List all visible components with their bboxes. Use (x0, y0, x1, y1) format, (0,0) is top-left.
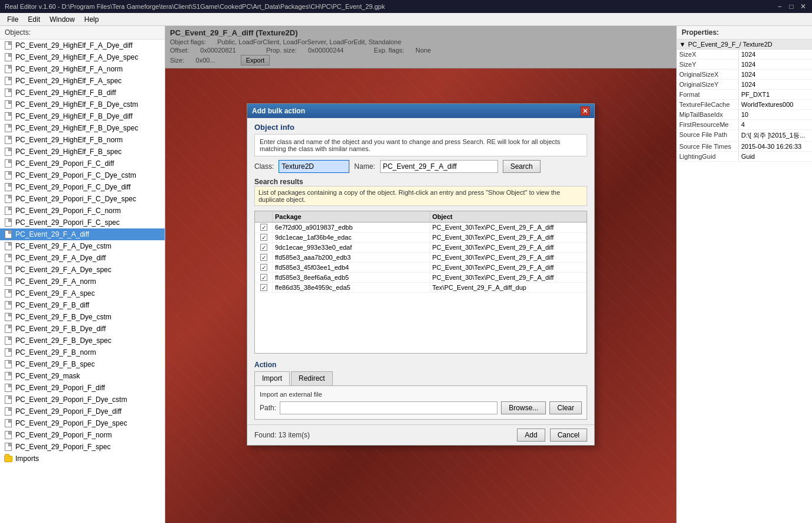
file-icon (4, 123, 13, 133)
import-desc: Import an external file (260, 391, 582, 398)
maximize-button[interactable]: □ (787, 2, 795, 11)
class-name-row: Class: Name: Search (254, 160, 587, 173)
property-name: LightingGuid (677, 152, 739, 161)
property-value: 1024 (739, 80, 812, 89)
object-list-item[interactable]: PC_Event_29_F_B_diff (0, 299, 165, 311)
object-list-item[interactable]: PC_Event_29_HighElf_F_B_diff (0, 87, 165, 99)
object-list-item[interactable]: PC_Event_29_Popori_F_spec (0, 441, 165, 453)
object-list-item[interactable]: PC_Event_29_F_A_Dye_cstm (0, 240, 165, 252)
menu-file[interactable]: File (2, 14, 23, 25)
path-input[interactable] (280, 401, 497, 414)
row-checkbox[interactable] (260, 264, 267, 271)
object-item-label: PC_Event_29_F_A_diff (15, 230, 89, 238)
object-list-item[interactable]: PC_Event_29_HighElf_F_A_Dye_spec (0, 51, 165, 63)
name-input[interactable] (380, 160, 498, 173)
file-icon (4, 395, 13, 404)
search-button[interactable]: Search (503, 160, 541, 173)
object-list-item[interactable]: PC_Event_29_F_B_Dye_diff (0, 323, 165, 335)
row-checkbox[interactable] (260, 274, 267, 281)
object-list-item[interactable]: PC_Event_29_F_A_diff (0, 228, 165, 240)
object-list-item[interactable]: PC_Event_29_HighElf_F_B_Dye_spec (0, 122, 165, 134)
menu-window[interactable]: Window (45, 14, 80, 25)
prop-section-header[interactable]: ▼ PC_Event_29_F_/ Texture2D (677, 40, 812, 50)
property-row: MipTailBaseIdx10 (677, 110, 812, 120)
add-button[interactable]: Add (517, 429, 545, 442)
object-list-item[interactable]: PC_Event_29_HighElf_F_A_Dye_diff (0, 40, 165, 51)
object-list-item[interactable]: PC_Event_29_Popori_F_norm (0, 429, 165, 441)
object-list-item[interactable]: PC_Event_29_F_B_norm (0, 347, 165, 358)
object-list-item[interactable]: PC_Event_29_Popori_F_C_diff (0, 158, 165, 169)
menu-help[interactable]: Help (80, 14, 104, 25)
object-list-item[interactable]: PC_Event_29_Popori_F_C_Dye_spec (0, 193, 165, 205)
close-button[interactable]: ✕ (799, 2, 807, 11)
object-list-item[interactable]: PC_Event_29_HighElf_F_B_Dye_cstm (0, 99, 165, 110)
file-icon (4, 312, 13, 322)
search-results-desc: List of packages containing a copy of th… (254, 186, 587, 206)
file-icon (4, 241, 13, 251)
table-row[interactable]: ffe86d35_38e4959c_eda5Tex\PC_Event_29_F_… (255, 283, 587, 293)
object-list-item[interactable]: Imports (0, 453, 165, 465)
table-row[interactable]: 6e7f2d00_a9019837_edbbPC_Event_30\Tex\PC… (255, 223, 587, 233)
menu-edit[interactable]: Edit (23, 14, 45, 25)
cancel-button[interactable]: Cancel (550, 429, 587, 442)
class-input[interactable] (279, 160, 349, 173)
object-list-item[interactable]: PC_Event_29_Popori_F_C_Dye_diff (0, 181, 165, 193)
minimize-button[interactable]: − (775, 2, 784, 11)
object-list-item[interactable]: PC_Event_29_HighElf_F_A_norm (0, 63, 165, 75)
object-list-item[interactable]: PC_Event_29_Popori_F_C_norm (0, 205, 165, 217)
object-list-item[interactable]: PC_Event_29_F_B_Dye_cstm (0, 311, 165, 323)
file-icon (4, 100, 13, 109)
property-value: WorldTextures000 (739, 100, 812, 109)
object-list-item[interactable]: PC_Event_29_HighElf_F_A_spec (0, 75, 165, 87)
object-list-item[interactable]: PC_Event_29_HighElf_F_B_norm (0, 134, 165, 146)
object-item-label: PC_Event_29_F_B_diff (15, 301, 89, 309)
object-list-item[interactable]: PC_Event_29_F_A_Dye_spec (0, 264, 165, 276)
dialog-close-button[interactable]: ✕ (580, 106, 590, 116)
row-object: PC_Event_30\Tex\PC_Event_29_F_A_diff (430, 263, 587, 272)
object-info-title: Object info (254, 123, 587, 132)
row-checkbox[interactable] (260, 244, 267, 251)
right-panel-header: Properties: (677, 26, 812, 40)
row-checkbox[interactable] (260, 234, 267, 241)
object-list-item[interactable]: PC_Event_29_Popori_F_diff (0, 382, 165, 394)
dialog-tab[interactable]: Import (254, 371, 290, 385)
object-list-item[interactable]: PC_Event_29_F_B_Dye_spec (0, 335, 165, 347)
object-list-item[interactable]: PC_Event_29_Popori_F_Dye_spec (0, 417, 165, 429)
object-list-item[interactable]: PC_Event_29_F_B_spec (0, 358, 165, 370)
row-checkbox[interactable] (260, 224, 267, 231)
object-list-item[interactable]: PC_Event_29_HighElf_F_B_Dye_diff (0, 110, 165, 122)
object-item-label: PC_Event_29_F_B_Dye_spec (15, 336, 112, 345)
row-object: PC_Event_30\Tex\PC_Event_29_F_A_diff (430, 253, 587, 262)
row-checkbox[interactable] (260, 284, 267, 291)
object-list-item[interactable]: PC_Event_29_Popori_F_Dye_diff (0, 406, 165, 417)
object-list-item[interactable]: PC_Event_29_mask (0, 370, 165, 382)
object-list-item[interactable]: PC_Event_29_F_A_Dye_diff (0, 252, 165, 264)
property-name: OriginalSizeY (677, 80, 739, 89)
file-icon (4, 277, 13, 286)
object-item-label: PC_Event_29_F_B_Dye_diff (15, 325, 106, 333)
table-row[interactable]: 9dc1ecae_1af36b4e_edacPC_Event_30\Tex\PC… (255, 233, 587, 243)
object-list-item[interactable]: PC_Event_29_Popori_F_C_spec (0, 217, 165, 228)
property-row: SizeY1024 (677, 60, 812, 70)
browse-button[interactable]: Browse... (501, 401, 546, 414)
object-list-item[interactable]: PC_Event_29_Popori_F_Dye_cstm (0, 394, 165, 406)
object-list-item[interactable]: PC_Event_29_F_A_norm (0, 276, 165, 287)
object-list-item[interactable]: PC_Event_29_Popori_F_C_Dye_cstm (0, 169, 165, 181)
title-bar-title: Real Editor v.1.60 - D:\Program Files\Te… (5, 3, 775, 10)
dialog-title: Add bulk action (252, 107, 305, 115)
table-row[interactable]: ffd585e3_45f03ee1_edb4PC_Event_30\Tex\PC… (255, 263, 587, 273)
row-checkbox[interactable] (260, 254, 267, 261)
row-object: PC_Event_30\Tex\PC_Event_29_F_A_diff (430, 273, 587, 282)
table-row[interactable]: ffd585e3_aaa7b200_edb3PC_Event_30\Tex\PC… (255, 253, 587, 263)
dialog-title-controls: ✕ (580, 106, 590, 116)
dialog-tab[interactable]: Redirect (291, 371, 333, 385)
main-layout: Objects: PC_Event_29_HighElf_F_A_Dye_dif… (0, 26, 812, 523)
clear-button[interactable]: Clear (549, 401, 582, 414)
object-list-item[interactable]: PC_Event_29_HighElf_F_B_spec (0, 146, 165, 158)
table-row[interactable]: 9dc1ecae_993e33e0_edafPC_Event_30\Tex\PC… (255, 243, 587, 253)
object-item-label: PC_Event_29_Popori_F_C_diff (15, 159, 114, 168)
object-list-item[interactable]: PC_Event_29_F_A_spec (0, 287, 165, 299)
file-icon (4, 371, 13, 381)
table-row[interactable]: ffd585e3_8eef6a6a_edb5PC_Event_30\Tex\PC… (255, 273, 587, 283)
row-object: PC_Event_30\Tex\PC_Event_29_F_A_diff (430, 223, 587, 232)
